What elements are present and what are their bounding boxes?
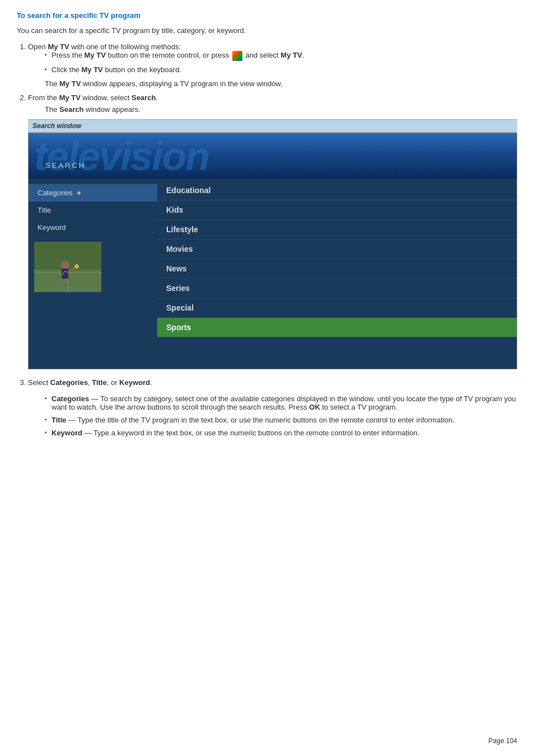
mytv-icon [232,51,242,61]
thumbnail [34,242,101,292]
bullet-1: Press the My TV button on the remote con… [45,51,517,61]
thumbnail-svg [34,242,101,292]
nav-keyword-label: Keyword [38,223,66,232]
nav-categories[interactable]: Categories [29,184,157,201]
search-body: Categories Title Keyword [29,179,517,369]
step-2: From the My TV window, select Search. Th… [28,93,517,369]
category-news[interactable]: News [157,259,517,279]
intro-text: You can search for a specific TV program… [17,26,517,35]
nav-title-label: Title [38,206,51,214]
step-2-indent: The Search window appears. [45,105,517,114]
nav-categories-label: Categories [38,189,73,197]
category-movies[interactable]: Movies [157,240,517,259]
nav-title[interactable]: Title [29,201,157,219]
step-1-indent: The My TV window appears, displaying a T… [45,79,517,88]
step-3-text: Select Categories, Title, or Keyword. [28,378,152,387]
category-educational[interactable]: Educational [157,181,517,200]
search-bg-text: television [29,133,517,179]
thumbnail-image [34,242,101,292]
nav-keyword[interactable]: Keyword [29,219,157,236]
search-left-panel: Categories Title Keyword [29,179,157,369]
category-kids[interactable]: Kids [157,200,517,220]
subitem-categories: Categories — To search by category, sele… [45,395,517,411]
page-footer: Page 104 [489,737,517,745]
svg-point-7 [74,264,79,269]
category-lifestyle[interactable]: Lifestyle [157,220,517,240]
step-3-subitems: Categories — To search by category, sele… [45,395,517,437]
step-2-text: From the My TV window, select Search. [28,93,158,102]
step-3: Select Categories, Title, or Keyword. Ca… [28,378,517,437]
step-1: Open My TV with one of the following met… [28,43,517,88]
page-title: To search for a specific TV program [17,11,517,20]
subitem-keyword: Keyword — Type a keyword in the text box… [45,429,517,437]
search-right-panel: Educational Kids Lifestyle Movies News S… [157,179,517,369]
search-header: television SEARCH [29,133,517,179]
search-window: television SEARCH Categories Title Keywo… [28,133,517,369]
category-series[interactable]: Series [157,279,517,298]
step-1-bullets: Press the My TV button on the remote con… [45,51,517,74]
search-label-text: SEARCH [45,161,505,170]
search-window-label: Search window [28,119,517,133]
category-sports[interactable]: Sports [157,318,517,337]
bullet-2: Click the My TV button on the keyboard. [45,65,517,74]
subitem-title: Title — Type the title of the TV program… [45,416,517,424]
svg-point-4 [60,261,69,270]
category-special[interactable]: Special [157,298,517,318]
categories-dot [77,191,81,195]
step-1-text: Open My TV with one of the following met… [28,43,181,51]
